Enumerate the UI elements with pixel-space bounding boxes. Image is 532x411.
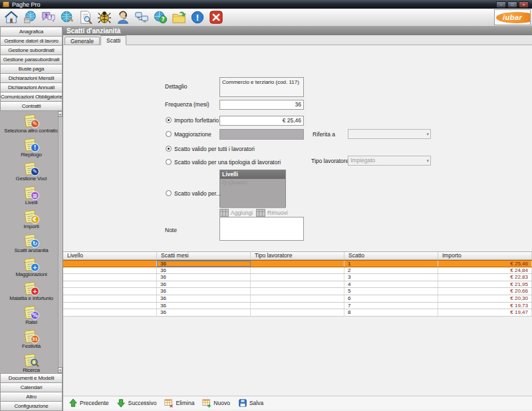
column-header-scatto[interactable]: Scatto — [344, 252, 438, 259]
svg-text:€: € — [32, 216, 37, 223]
maggiorazione-input[interactable] — [219, 129, 304, 140]
support-button[interactable] — [114, 9, 132, 26]
cell-tipo-lavoratore — [251, 274, 344, 281]
importo-forfettario-label: Importo forfettario — [174, 117, 219, 124]
riferita-a-label: Riferita a — [313, 131, 335, 138]
table-remove-disabled-icon — [256, 208, 265, 217]
salva-button[interactable]: Salva — [238, 398, 263, 408]
grid-body: 361€ 25,46362€ 24,84363€ 22,83364€ 21,95… — [63, 260, 532, 317]
sidebar-section-anagrafica[interactable]: Anagrafica — [0, 27, 63, 37]
sidebar-tool-ratei[interactable]: %Ratei — [0, 304, 63, 328]
note-textarea[interactable] — [219, 217, 304, 241]
sidebar-section-gestione-subordinati[interactable]: Gestione subordinati — [0, 45, 63, 55]
sidebar-section-configurazione[interactable]: Configurazione — [0, 401, 63, 411]
update-button[interactable] — [21, 9, 39, 26]
tipo-lavoratore-dropdown[interactable]: Impiegato — [348, 156, 431, 166]
open-folder-button[interactable] — [170, 9, 188, 26]
importo-forfettario-input[interactable]: € 25,46 — [219, 116, 304, 126]
livelli-item[interactable]: Q (Quadri) — [220, 179, 285, 208]
table-row[interactable]: 362€ 24,84 — [63, 267, 532, 275]
riferita-a-dropdown[interactable] — [348, 129, 431, 139]
sidebar-tool-label: Livelli — [25, 200, 38, 206]
importo-forfettario-radio[interactable] — [166, 117, 172, 123]
table-row[interactable]: 361€ 25,46 — [63, 260, 532, 267]
frequenza-input[interactable]: 36 — [219, 100, 304, 110]
sidebar-tool-riepilogo[interactable]: !Riepilogo — [0, 136, 63, 160]
home-button[interactable] — [2, 9, 20, 26]
maggiorazione-radio[interactable] — [166, 131, 172, 137]
table-row[interactable]: 365€ 20,66 — [63, 288, 532, 295]
sidebar-section-dichiarazioni-annuali[interactable]: Dichiarazioni Annuali — [0, 82, 63, 92]
sidebar-tool-scatti-anzianita[interactable]: ↻Scatti anzianità — [0, 232, 63, 256]
sidebar-tool-gestione-voci[interactable]: ✎Gestione Voci — [0, 160, 63, 184]
tab-generale[interactable]: Generale — [65, 37, 100, 45]
info-button[interactable]: ! — [188, 9, 206, 26]
livelli-listbox[interactable]: Livelli Q (Quadri) — [219, 170, 286, 207]
table-row[interactable]: 366€ 20,30 — [63, 295, 532, 303]
close-button[interactable]: × — [519, 1, 529, 8]
bug-report-button[interactable] — [95, 9, 113, 26]
action-label: Salva — [249, 400, 263, 406]
sidebar-section-altro[interactable]: Altro — [0, 392, 63, 402]
cell-scatto: 8 — [344, 309, 438, 316]
cell-scatto: 3 — [344, 274, 438, 281]
sidebar-top-sections: AnagraficaGestione datori di lavoroGesti… — [0, 27, 63, 111]
help-button[interactable]: ? — [151, 9, 169, 26]
document-search-button[interactable] — [76, 9, 94, 26]
rimuovi-button[interactable]: Rimuovi — [256, 208, 288, 217]
exit-button[interactable] — [207, 9, 225, 26]
column-header-tipo-lavoratore[interactable]: Tipo lavoratore — [251, 252, 344, 259]
precedente-button[interactable]: Precedente — [68, 398, 108, 408]
cell-livello — [63, 309, 157, 316]
sidebar-section-calendari[interactable]: Calendari — [0, 382, 63, 392]
sidebar-tool-livelli[interactable]: ≡Livelli — [0, 184, 63, 208]
table-row[interactable]: 364€ 21,95 — [63, 281, 532, 289]
dettaglio-value: Commercio e terziario (cod. 117) — [219, 77, 304, 97]
cell-livello — [63, 295, 157, 302]
nuovo-button[interactable]: +Nuovo — [202, 398, 230, 408]
successivo-button[interactable]: Successivo — [116, 398, 156, 408]
sidebar-section-contratti[interactable]: Contratti — [0, 101, 63, 111]
sidebar-tool-ricerca[interactable]: Ricerca — [0, 352, 63, 373]
scatto-tipologia-radio[interactable] — [166, 159, 172, 165]
sidebar-section-gestione-datori-di-lavoro[interactable]: Gestione datori di lavoro — [0, 36, 63, 46]
table-add-disabled-icon — [219, 208, 229, 217]
summary-icon: ! — [23, 136, 39, 152]
scatto-livelli-radio[interactable] — [166, 190, 172, 196]
maximize-button[interactable]: □ — [507, 1, 517, 8]
elimina-button[interactable]: ×Elimina — [164, 398, 194, 408]
sidebar-tool-festivita[interactable]: 31Festività — [0, 328, 63, 352]
sidebar-section-comunicazioni-obbligatorie[interactable]: Comunicazioni Obbligatorie — [0, 92, 63, 102]
scroll-down-icon[interactable]: ▼ — [58, 367, 63, 373]
increases-icon: + — [23, 256, 39, 272]
faq-button[interactable]: ?! — [39, 9, 57, 26]
sidebar-section-buste-paga[interactable]: Buste paga — [0, 64, 63, 74]
action-label: Elimina — [176, 400, 194, 406]
sidebar-section-dichiarazioni-mensili[interactable]: Dichiarazioni Mensili — [0, 73, 63, 83]
scatti-table: LivelloScatti mesiTipo lavoratoreScattoI… — [63, 251, 532, 317]
aggiungi-label: Aggiungi — [231, 209, 253, 216]
sidebar: AnagraficaGestione datori di lavoroGesti… — [0, 27, 63, 411]
sidebar-tool-importi[interactable]: €Importi — [0, 208, 63, 232]
column-header-livello[interactable]: Livello — [63, 252, 157, 259]
network-button[interactable] — [132, 9, 150, 26]
sidebar-section-documenti-e-modelli[interactable]: Documenti e Modelli — [0, 373, 63, 383]
web-search-button[interactable] — [58, 9, 76, 26]
column-header-scatti-mesi[interactable]: Scatti mesi — [157, 252, 251, 259]
sidebar-scrollbar[interactable]: ▲ ▼ — [58, 111, 63, 373]
sidebar-tool-malattia-e-infortunio[interactable]: +Malattia e infortunio — [0, 280, 63, 304]
sidebar-tool-maggiorazioni[interactable]: +Maggiorazioni — [0, 256, 63, 280]
table-row[interactable]: 363€ 22,83 — [63, 274, 532, 281]
sidebar-tool-seleziona-altro-contratto[interactable]: ✎Seleziona altro contratto — [0, 112, 63, 136]
scatto-tutti-radio[interactable] — [166, 146, 172, 152]
scroll-up-icon[interactable]: ▲ — [58, 111, 63, 117]
column-header-importo[interactable]: Importo — [438, 252, 532, 259]
tab-scatti[interactable]: Scatti — [100, 35, 126, 45]
table-row[interactable]: 367€ 19,73 — [63, 303, 532, 310]
table-row[interactable]: 368€ 19,47 — [63, 309, 532, 317]
aggiungi-button[interactable]: Aggiungi — [219, 208, 253, 217]
sidebar-section-gestione-parasubordinati[interactable]: Gestione parasubordinati — [0, 55, 63, 65]
minimize-button[interactable]: – — [496, 1, 506, 8]
svg-text:?: ? — [161, 16, 164, 23]
note-label: Note — [165, 227, 177, 233]
